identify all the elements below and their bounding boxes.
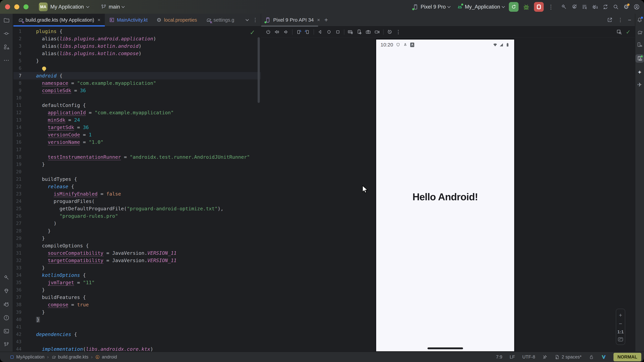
intention-bulb-icon[interactable] bbox=[42, 66, 46, 70]
zoom-in-button[interactable]: + bbox=[619, 312, 622, 318]
vcs-branch-widget[interactable]: main bbox=[100, 4, 124, 10]
code-line[interactable]: 43 bbox=[14, 338, 261, 346]
project-tool-icon[interactable] bbox=[3, 17, 10, 23]
code-line[interactable]: 2 alias(libs.plugins.android.application… bbox=[14, 35, 261, 42]
add-device-tab-icon[interactable]: + bbox=[324, 17, 328, 23]
pin-disabled-icon[interactable] bbox=[542, 355, 548, 360]
navigation-handle[interactable] bbox=[428, 348, 463, 349]
resource-manager-icon[interactable] bbox=[3, 44, 10, 50]
android-overview-icon[interactable] bbox=[335, 29, 340, 35]
problems-tool-icon[interactable] bbox=[3, 315, 10, 321]
app-quality-insights-icon[interactable] bbox=[3, 288, 10, 294]
code-line[interactable]: 39 } bbox=[14, 309, 261, 316]
screenshot-camera-icon[interactable] bbox=[366, 29, 371, 35]
close-icon[interactable]: × bbox=[316, 17, 320, 23]
device-selector[interactable]: Pixel 9 Pro bbox=[412, 4, 450, 10]
code-line[interactable]: 12 applicationId = "com.example.myapplic… bbox=[14, 109, 261, 116]
power-button-icon[interactable] bbox=[266, 29, 271, 35]
tab-options-kebab-icon[interactable]: ⋮ bbox=[253, 17, 258, 22]
code-line[interactable]: 29 } bbox=[14, 235, 261, 242]
commit-tool-icon[interactable] bbox=[3, 30, 10, 36]
gemini-sparkle-icon[interactable]: ✦ bbox=[637, 69, 642, 75]
code-line[interactable]: 14 targetSdk = 36 bbox=[14, 124, 261, 131]
run-config-selector[interactable]: My_Application bbox=[457, 4, 504, 10]
terminal-tool-icon[interactable] bbox=[3, 328, 10, 334]
file-encoding[interactable]: UTF-8 bbox=[522, 355, 535, 360]
airplane-icon[interactable]: ✈ bbox=[637, 82, 642, 87]
close-icon[interactable]: × bbox=[96, 17, 100, 23]
code-line[interactable]: 28 } bbox=[14, 227, 261, 235]
tab-local-properties[interactable]: ⚙ local.properties bbox=[152, 14, 202, 26]
tab-settings-gradle[interactable]: K settings.g bbox=[202, 14, 235, 26]
build-hammer-icon[interactable] bbox=[561, 4, 567, 10]
code-line[interactable]: 1plugins { bbox=[14, 28, 261, 35]
running-devices-tool-icon[interactable] bbox=[636, 54, 644, 63]
code-line[interactable]: 16 versionName = "1.0" bbox=[14, 138, 261, 146]
code-line[interactable]: 22 release { bbox=[14, 183, 261, 190]
project-widget[interactable]: MA My Application bbox=[39, 2, 89, 11]
stop-app-button[interactable] bbox=[534, 2, 544, 12]
volume-up-icon[interactable] bbox=[274, 29, 280, 35]
build-tool-icon[interactable] bbox=[3, 275, 10, 281]
editor-scrollbar[interactable] bbox=[258, 37, 260, 103]
code-line[interactable]: 41 bbox=[14, 323, 261, 331]
code-line[interactable]: 8 namespace = "com.example.myapplication… bbox=[14, 79, 261, 87]
lock-open-icon[interactable] bbox=[589, 355, 594, 360]
code-line[interactable]: 13 minSdk = 24 bbox=[14, 116, 261, 124]
device-settings-icon[interactable] bbox=[356, 29, 362, 35]
rerun-app-button[interactable] bbox=[509, 2, 518, 12]
code-line[interactable]: 20 bbox=[14, 168, 261, 175]
code-line[interactable]: 30 compileOptions { bbox=[14, 242, 261, 249]
code-line[interactable]: 26 "proguard-rules.pro" bbox=[14, 212, 261, 220]
code-line[interactable]: 11 defaultConfig { bbox=[14, 102, 261, 109]
device-manager-icon[interactable] bbox=[637, 42, 642, 48]
vim-plugin-icon[interactable] bbox=[601, 355, 606, 360]
code-line[interactable]: 35 jvmTarget = "11" bbox=[14, 279, 261, 286]
breadcrumb-module[interactable]: MyApplication bbox=[10, 355, 44, 360]
virtual-keyboard-icon[interactable] bbox=[348, 29, 353, 35]
rotate-left-icon[interactable] bbox=[296, 29, 301, 35]
logcat-tool-icon[interactable] bbox=[3, 301, 10, 307]
indent-setting[interactable]: 2 spaces* bbox=[555, 355, 582, 360]
code-line[interactable]: 18 testInstrumentationRunner = "androidx… bbox=[14, 153, 261, 161]
android-home-icon[interactable] bbox=[326, 29, 332, 35]
version-control-tool-icon[interactable] bbox=[3, 342, 10, 348]
code-line[interactable]: 24 proguardFiles( bbox=[14, 198, 261, 205]
search-icon[interactable] bbox=[613, 4, 619, 10]
vim-mode-badge[interactable]: NORMAL bbox=[614, 353, 641, 361]
minimize-window-button[interactable] bbox=[14, 4, 19, 9]
code-line[interactable]: 27 ) bbox=[14, 220, 261, 227]
code-line[interactable]: 3 alias(libs.plugins.kotlin.android) bbox=[14, 42, 261, 50]
rotate-right-icon[interactable] bbox=[305, 29, 310, 35]
hide-panel-icon[interactable]: − bbox=[628, 17, 631, 23]
tab-build-gradle[interactable]: K build.gradle.kts (My Application) × bbox=[14, 14, 105, 26]
device-screen[interactable]: 10:20 A Hello Android! bbox=[376, 39, 514, 351]
code-line[interactable]: 44 implementation(libs.androidx.core.ktx… bbox=[14, 346, 261, 352]
code-line[interactable]: 10 bbox=[14, 94, 261, 102]
code-line[interactable]: 17 bbox=[14, 146, 261, 153]
emulator-more-kebab-icon[interactable]: ⋮ bbox=[396, 29, 401, 34]
code-line[interactable]: 7android { bbox=[14, 72, 261, 79]
account-profile-icon[interactable] bbox=[634, 4, 640, 10]
more-tools-icon[interactable]: ⋯ bbox=[4, 57, 9, 63]
android-back-icon[interactable] bbox=[317, 29, 323, 35]
tab-mainactivity[interactable]: MainActivity.kt bbox=[105, 14, 152, 26]
volume-down-icon[interactable] bbox=[283, 29, 289, 35]
code-editor[interactable]: 1plugins {2 alias(libs.plugins.android.a… bbox=[14, 26, 261, 352]
zoom-fit-button[interactable] bbox=[618, 337, 623, 341]
close-window-button[interactable] bbox=[5, 4, 10, 9]
settings-gear-icon[interactable]: ⚙ bbox=[623, 4, 629, 10]
code-line[interactable]: 9 compileSdk = 36 bbox=[14, 87, 261, 94]
code-line[interactable]: 34 kotlinOptions { bbox=[14, 272, 261, 279]
code-line[interactable]: 4 alias(libs.plugins.kotlin.compose) bbox=[14, 50, 261, 57]
code-line[interactable]: 42dependencies { bbox=[14, 331, 261, 338]
snapshot-reset-icon[interactable] bbox=[387, 29, 392, 35]
screen-record-icon[interactable] bbox=[374, 29, 380, 35]
code-line[interactable]: 32 targetCompatibility = JavaVersion.VER… bbox=[14, 257, 261, 264]
code-line[interactable]: 21 buildTypes { bbox=[14, 175, 261, 183]
apply-changes-icon[interactable] bbox=[571, 4, 577, 10]
inspections-check-icon[interactable]: ✓ bbox=[250, 29, 255, 36]
breadcrumb-block[interactable]: android bbox=[95, 355, 117, 360]
code-line[interactable]: 19 } bbox=[14, 161, 261, 168]
kebab-menu-icon[interactable]: ⋮ bbox=[548, 4, 554, 10]
